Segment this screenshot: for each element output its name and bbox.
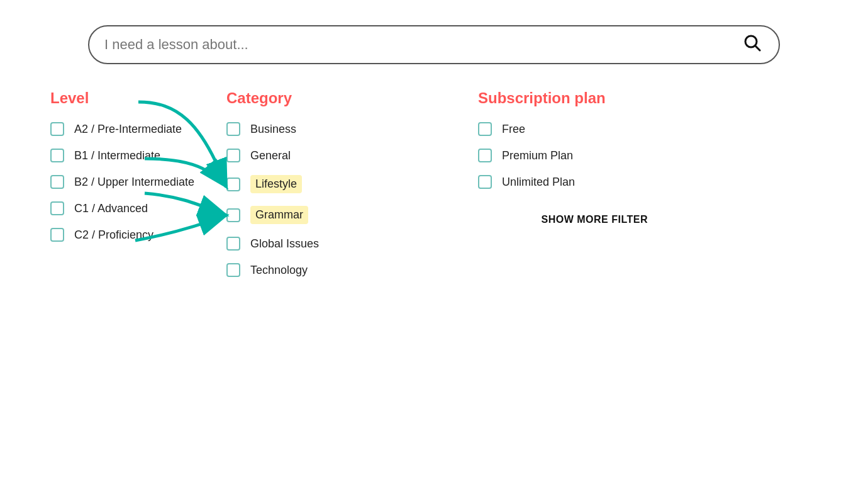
search-button[interactable] — [741, 34, 764, 55]
search-input[interactable] — [104, 37, 741, 53]
subscription-item-premium[interactable]: Premium Plan — [478, 149, 654, 162]
level-item-b2[interactable]: B2 / Upper Intermediate — [50, 175, 226, 189]
level-label-a2: A2 / Pre-Intermediate — [74, 123, 182, 136]
level-item-c2[interactable]: C2 / Proficiency — [50, 228, 226, 242]
category-checkbox-business[interactable] — [226, 122, 240, 136]
subscription-checkbox-premium[interactable] — [478, 149, 492, 162]
level-label-b2: B2 / Upper Intermediate — [74, 176, 194, 189]
level-checkbox-b1[interactable] — [50, 149, 64, 162]
svg-line-1 — [755, 46, 760, 50]
level-label-b1: B1 / Intermediate — [74, 149, 160, 162]
category-label-global: Global Issues — [250, 237, 319, 251]
show-more-filter[interactable]: SHOW MORE FILTER — [478, 214, 654, 225]
level-heading: Level — [50, 89, 226, 107]
category-item-lifestyle[interactable]: Lifestyle — [226, 175, 415, 193]
filters-row: Level A2 / Pre-Intermediate B1 / Interme… — [38, 89, 830, 290]
subscription-filter-col: Subscription plan Free Premium Plan Unli… — [478, 89, 654, 225]
subscription-item-unlimited[interactable]: Unlimited Plan — [478, 175, 654, 189]
subscription-checkbox-unlimited[interactable] — [478, 175, 492, 189]
subscription-label-free: Free — [502, 123, 525, 136]
subscription-heading: Subscription plan — [478, 89, 654, 107]
level-item-b1[interactable]: B1 / Intermediate — [50, 149, 226, 162]
subscription-checkbox-free[interactable] — [478, 122, 492, 136]
category-label-technology: Technology — [250, 264, 308, 277]
category-checkbox-lifestyle[interactable] — [226, 178, 240, 191]
category-item-global[interactable]: Global Issues — [226, 237, 415, 251]
category-item-business[interactable]: Business — [226, 122, 415, 136]
level-item-c1[interactable]: C1 / Advanced — [50, 201, 226, 215]
category-filter-col: Category Business General Lifestyle Gram… — [226, 89, 415, 290]
level-label-c1: C1 / Advanced — [74, 202, 148, 215]
level-checkbox-a2[interactable] — [50, 122, 64, 136]
category-heading: Category — [226, 89, 415, 107]
category-checkbox-technology[interactable] — [226, 263, 240, 277]
search-icon — [743, 34, 761, 52]
category-label-general: General — [250, 149, 291, 162]
category-checkbox-global[interactable] — [226, 237, 240, 251]
level-checkbox-c1[interactable] — [50, 201, 64, 215]
category-checkbox-general[interactable] — [226, 149, 240, 162]
level-checkbox-b2[interactable] — [50, 175, 64, 189]
level-checkbox-c2[interactable] — [50, 228, 64, 242]
category-item-general[interactable]: General — [226, 149, 415, 162]
subscription-item-free[interactable]: Free — [478, 122, 654, 136]
category-label-business: Business — [250, 123, 296, 136]
category-item-technology[interactable]: Technology — [226, 263, 415, 277]
level-item-a2[interactable]: A2 / Pre-Intermediate — [50, 122, 226, 136]
category-label-grammar: Grammar — [250, 206, 308, 224]
subscription-label-premium: Premium Plan — [502, 149, 573, 162]
level-label-c2: C2 / Proficiency — [74, 229, 153, 242]
search-bar — [88, 25, 780, 64]
category-label-lifestyle: Lifestyle — [250, 175, 302, 193]
category-item-grammar[interactable]: Grammar — [226, 206, 415, 224]
level-filter-col: Level A2 / Pre-Intermediate B1 / Interme… — [50, 89, 226, 254]
category-checkbox-grammar[interactable] — [226, 208, 240, 222]
subscription-label-unlimited: Unlimited Plan — [502, 176, 575, 189]
